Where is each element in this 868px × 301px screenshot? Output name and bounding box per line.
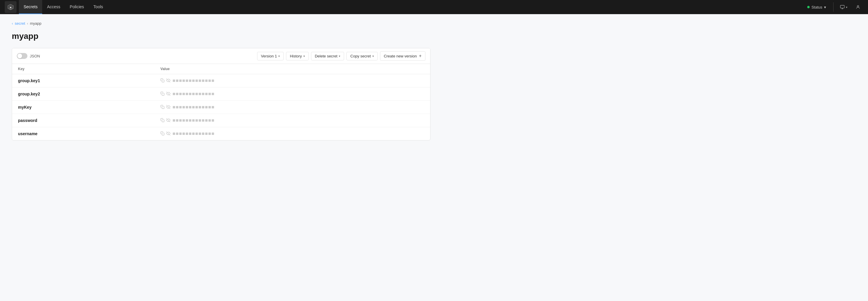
toggle-visibility-icon[interactable] (166, 131, 170, 136)
toggle-knob (18, 54, 22, 58)
table-row: group.key1 (12, 74, 430, 88)
version-label: Version 1 (261, 54, 277, 58)
navbar: Secrets Access Policies Tools Status ▾ ▾ (0, 0, 868, 14)
table-row: myKey (12, 101, 430, 114)
version-chevron-icon: ▾ (278, 55, 280, 58)
svg-point-6 (857, 6, 859, 7)
svg-rect-9 (162, 93, 164, 95)
json-toggle-label: JSON (30, 54, 40, 58)
toggle-visibility-icon[interactable] (166, 118, 170, 123)
key-cell: group.key1 (12, 74, 154, 88)
masked-value (173, 106, 214, 108)
value-content (160, 118, 424, 123)
navbar-divider (833, 2, 834, 12)
copy-value-icon[interactable] (160, 92, 164, 96)
json-toggle-container: JSON (17, 53, 40, 59)
user-icon (856, 5, 860, 9)
breadcrumb: ‹ secret ‹ myapp (12, 21, 431, 26)
monitor-chevron-icon: ▾ (846, 6, 847, 9)
masked-value (173, 133, 214, 135)
value-cell (154, 114, 430, 127)
user-button[interactable] (852, 3, 863, 11)
key-cell: group.key2 (12, 88, 154, 101)
monitor-button[interactable]: ▾ (837, 3, 850, 11)
key-cell: username (12, 127, 154, 140)
table-row: password (12, 114, 430, 127)
key-cell: password (12, 114, 154, 127)
svg-rect-15 (162, 133, 164, 135)
page-title: myapp (12, 32, 431, 41)
secrets-panel: JSON Version 1 ▾ History ▾ Delete secret… (12, 48, 431, 140)
logo (5, 1, 17, 13)
monitor-icon (840, 5, 845, 9)
history-chevron-icon: ▾ (303, 55, 305, 58)
svg-marker-2 (10, 6, 11, 8)
history-label: History (290, 54, 302, 58)
masked-value (173, 119, 214, 122)
value-content (160, 105, 424, 109)
masked-value (173, 93, 214, 95)
status-button[interactable]: Status ▾ (804, 3, 830, 11)
value-cell (154, 101, 430, 114)
status-chevron-icon: ▾ (824, 5, 826, 9)
json-toggle[interactable] (17, 53, 27, 59)
masked-value (173, 79, 214, 82)
copy-chevron-icon: ▾ (372, 55, 374, 58)
value-action-icons (160, 92, 170, 96)
value-content (160, 78, 424, 83)
table-body: group.key1group.key2myKeypasswordusernam… (12, 74, 430, 140)
col-header-key: Key (12, 64, 154, 74)
history-button[interactable]: History ▾ (286, 52, 308, 60)
svg-rect-13 (162, 120, 164, 122)
navbar-right: Status ▾ ▾ (804, 2, 863, 12)
value-content (160, 131, 424, 136)
copy-secret-label: Copy secret (350, 54, 371, 58)
copy-value-icon[interactable] (160, 78, 164, 83)
table-header: Key Value (12, 64, 430, 74)
value-action-icons (160, 78, 170, 83)
breadcrumb-parent-link[interactable]: secret (15, 21, 25, 26)
breadcrumb-separator: ‹ (27, 22, 28, 26)
version-button[interactable]: Version 1 ▾ (257, 52, 284, 60)
delete-chevron-icon: ▾ (339, 55, 340, 58)
value-cell (154, 127, 430, 140)
nav-item-access[interactable]: Access (42, 0, 65, 14)
copy-value-icon[interactable] (160, 105, 164, 109)
toggle-visibility-icon[interactable] (166, 78, 170, 83)
svg-rect-3 (840, 5, 844, 8)
table-row: username (12, 127, 430, 140)
value-action-icons (160, 118, 170, 123)
toggle-visibility-icon[interactable] (166, 105, 170, 109)
svg-rect-11 (162, 106, 164, 109)
value-cell (154, 74, 430, 88)
copy-value-icon[interactable] (160, 131, 164, 136)
value-action-icons (160, 131, 170, 136)
create-plus-icon: + (419, 53, 422, 59)
toggle-visibility-icon[interactable] (166, 92, 170, 96)
nav-item-policies[interactable]: Policies (65, 0, 89, 14)
value-action-icons (160, 105, 170, 109)
delete-secret-button[interactable]: Delete secret ▾ (311, 52, 344, 60)
status-indicator-dot (807, 6, 810, 8)
copy-secret-button[interactable]: Copy secret ▾ (346, 52, 377, 60)
table-row: group.key2 (12, 88, 430, 101)
key-cell: myKey (12, 101, 154, 114)
nav-items: Secrets Access Policies Tools (19, 0, 804, 14)
value-cell (154, 88, 430, 101)
toolbar: JSON Version 1 ▾ History ▾ Delete secret… (12, 48, 430, 64)
status-label: Status (811, 5, 822, 9)
delete-secret-label: Delete secret (315, 54, 338, 58)
breadcrumb-current: myapp (30, 21, 41, 26)
col-header-value: Value (154, 64, 430, 74)
nav-item-tools[interactable]: Tools (89, 0, 108, 14)
value-content (160, 92, 424, 96)
svg-rect-7 (162, 80, 164, 82)
copy-value-icon[interactable] (160, 118, 164, 123)
nav-item-secrets[interactable]: Secrets (19, 0, 42, 14)
breadcrumb-separator-left: ‹ (12, 22, 13, 26)
create-new-version-button[interactable]: Create new version + (380, 51, 426, 61)
create-new-version-label: Create new version (384, 54, 417, 58)
secrets-table: Key Value group.key1group.key2myKeypassw… (12, 64, 430, 140)
vault-logo-icon (7, 4, 14, 10)
main-content: ‹ secret ‹ myapp myapp JSON Version 1 ▾ … (0, 14, 442, 147)
